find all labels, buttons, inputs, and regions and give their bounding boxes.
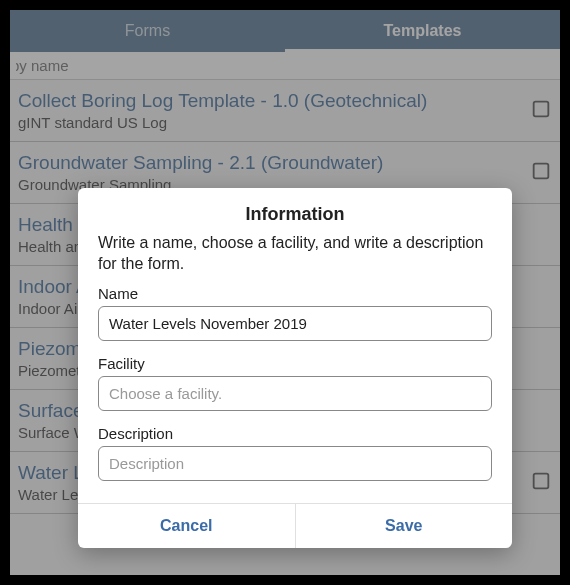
facility-field[interactable] (98, 376, 492, 411)
dialog-title: Information (98, 204, 492, 225)
facility-label: Facility (98, 355, 492, 372)
description-label: Description (98, 425, 492, 442)
description-field[interactable] (98, 446, 492, 481)
name-label: Name (98, 285, 492, 302)
app-frame: Forms Templates Collect Boring Log Templ… (10, 10, 560, 575)
save-button[interactable]: Save (295, 504, 513, 548)
information-dialog: Information Write a name, choose a facil… (78, 188, 512, 548)
cancel-button[interactable]: Cancel (78, 504, 295, 548)
dialog-actions: Cancel Save (78, 503, 512, 548)
dialog-text: Write a name, choose a facility, and wri… (98, 233, 492, 275)
dialog-body: Information Write a name, choose a facil… (78, 188, 512, 503)
name-field[interactable] (98, 306, 492, 341)
